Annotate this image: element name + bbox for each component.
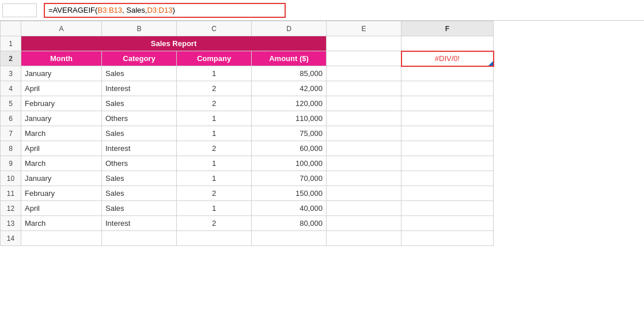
- col-header-c[interactable]: C: [177, 21, 252, 36]
- cell-e12[interactable]: [327, 201, 401, 216]
- cell-d12[interactable]: 40,000: [252, 201, 327, 216]
- cell-b14[interactable]: [102, 231, 177, 246]
- cell-a9[interactable]: March: [21, 156, 102, 171]
- cell-f4[interactable]: [401, 81, 494, 96]
- cell-e5[interactable]: [327, 96, 401, 111]
- row-number: 13: [1, 216, 21, 231]
- cell-b5[interactable]: Sales: [102, 96, 177, 111]
- cell-e10[interactable]: [327, 171, 401, 186]
- cell-f8[interactable]: [401, 141, 494, 156]
- cell-c12[interactable]: 1: [177, 201, 252, 216]
- col-header-cell-b2[interactable]: Category: [102, 51, 177, 66]
- cell-f7[interactable]: [401, 126, 494, 141]
- cell-d7[interactable]: 75,000: [252, 126, 327, 141]
- cell-c8[interactable]: 2: [177, 141, 252, 156]
- col-header-d[interactable]: D: [252, 21, 327, 36]
- cell-e6[interactable]: [327, 111, 401, 126]
- spreadsheet: A B C D E F 1Sales Report2MonthCategoryC…: [0, 21, 644, 333]
- cell-c9[interactable]: 1: [177, 156, 252, 171]
- cell-c5[interactable]: 2: [177, 96, 252, 111]
- cell-a13[interactable]: March: [21, 216, 102, 231]
- table-row: 6JanuaryOthers1110,000: [1, 111, 494, 126]
- formula-input[interactable]: =AVERAGEIF(B3:B13, Sales,D3:D13): [44, 3, 286, 18]
- cell-b8[interactable]: Interest: [102, 141, 177, 156]
- table-row: 5FebruarySales2120,000: [1, 96, 494, 111]
- table-row: 11FebruarySales2150,000: [1, 186, 494, 201]
- cell-c6[interactable]: 1: [177, 111, 252, 126]
- table-row: 3JanuarySales185,000: [1, 66, 494, 81]
- spreadsheet-table: A B C D E F 1Sales Report2MonthCategoryC…: [0, 21, 494, 246]
- col-header-f[interactable]: F: [401, 21, 494, 36]
- cell-e13[interactable]: [327, 216, 401, 231]
- table-row: 10JanuarySales170,000: [1, 171, 494, 186]
- row-number: 9: [1, 156, 21, 171]
- cell-c13[interactable]: 2: [177, 216, 252, 231]
- cell-f5[interactable]: [401, 96, 494, 111]
- cell-a11[interactable]: February: [21, 186, 102, 201]
- cell-b10[interactable]: Sales: [102, 171, 177, 186]
- cell-a12[interactable]: April: [21, 201, 102, 216]
- cell-b7[interactable]: Sales: [102, 126, 177, 141]
- cell-f11[interactable]: [401, 186, 494, 201]
- cell-a6[interactable]: January: [21, 111, 102, 126]
- cell-e1[interactable]: [327, 36, 401, 51]
- cell-d8[interactable]: 60,000: [252, 141, 327, 156]
- cell-d9[interactable]: 100,000: [252, 156, 327, 171]
- cell-d5[interactable]: 120,000: [252, 96, 327, 111]
- cell-e3[interactable]: [327, 66, 401, 81]
- cell-f1[interactable]: [401, 36, 494, 51]
- cell-d10[interactable]: 70,000: [252, 171, 327, 186]
- cell-d4[interactable]: 42,000: [252, 81, 327, 96]
- cell-c4[interactable]: 2: [177, 81, 252, 96]
- cell-f2-error[interactable]: #DIV/0!: [401, 51, 494, 66]
- cell-f13[interactable]: [401, 216, 494, 231]
- cell-f3[interactable]: [401, 66, 494, 81]
- cell-e9[interactable]: [327, 156, 401, 171]
- cell-e11[interactable]: [327, 186, 401, 201]
- cell-f12[interactable]: [401, 201, 494, 216]
- cell-a3[interactable]: January: [21, 66, 102, 81]
- cell-b9[interactable]: Others: [102, 156, 177, 171]
- cell-c14[interactable]: [177, 231, 252, 246]
- cell-f14[interactable]: [401, 231, 494, 246]
- col-header-cell-a2[interactable]: Month: [21, 51, 102, 66]
- cell-b3[interactable]: Sales: [102, 66, 177, 81]
- cell-d13[interactable]: 80,000: [252, 216, 327, 231]
- cell-e8[interactable]: [327, 141, 401, 156]
- cell-e2[interactable]: [327, 51, 401, 66]
- cell-a7[interactable]: March: [21, 126, 102, 141]
- column-header-row: A B C D E F: [1, 21, 494, 36]
- cell-d3[interactable]: 85,000: [252, 66, 327, 81]
- cell-f10[interactable]: [401, 171, 494, 186]
- cell-b12[interactable]: Sales: [102, 201, 177, 216]
- cell-b6[interactable]: Others: [102, 111, 177, 126]
- col-header-b[interactable]: B: [102, 21, 177, 36]
- cell-a8[interactable]: April: [21, 141, 102, 156]
- cell-c7[interactable]: 1: [177, 126, 252, 141]
- cell-c3[interactable]: 1: [177, 66, 252, 81]
- cell-b13[interactable]: Interest: [102, 216, 177, 231]
- cell-b11[interactable]: Sales: [102, 186, 177, 201]
- cell-reference-box[interactable]: [2, 3, 37, 17]
- col-header-cell-c2[interactable]: Company: [177, 51, 252, 66]
- cell-b4[interactable]: Interest: [102, 81, 177, 96]
- cell-a5[interactable]: February: [21, 96, 102, 111]
- cell-c11[interactable]: 2: [177, 186, 252, 201]
- cell-e4[interactable]: [327, 81, 401, 96]
- col-header-e[interactable]: E: [327, 21, 401, 36]
- cell-d6[interactable]: 110,000: [252, 111, 327, 126]
- cell-d14[interactable]: [252, 231, 327, 246]
- cell-c10[interactable]: 1: [177, 171, 252, 186]
- col-header-cell-d2[interactable]: Amount ($): [252, 51, 327, 66]
- col-header-a[interactable]: A: [21, 21, 102, 36]
- cell-a14[interactable]: [21, 231, 102, 246]
- table-row: 13MarchInterest280,000: [1, 216, 494, 231]
- cell-d11[interactable]: 150,000: [252, 186, 327, 201]
- cell-a10[interactable]: January: [21, 171, 102, 186]
- cell-f6[interactable]: [401, 111, 494, 126]
- cell-f9[interactable]: [401, 156, 494, 171]
- table-row: 7MarchSales175,000: [1, 126, 494, 141]
- cell-e14[interactable]: [327, 231, 401, 246]
- cell-a4[interactable]: April: [21, 81, 102, 96]
- cell-e7[interactable]: [327, 126, 401, 141]
